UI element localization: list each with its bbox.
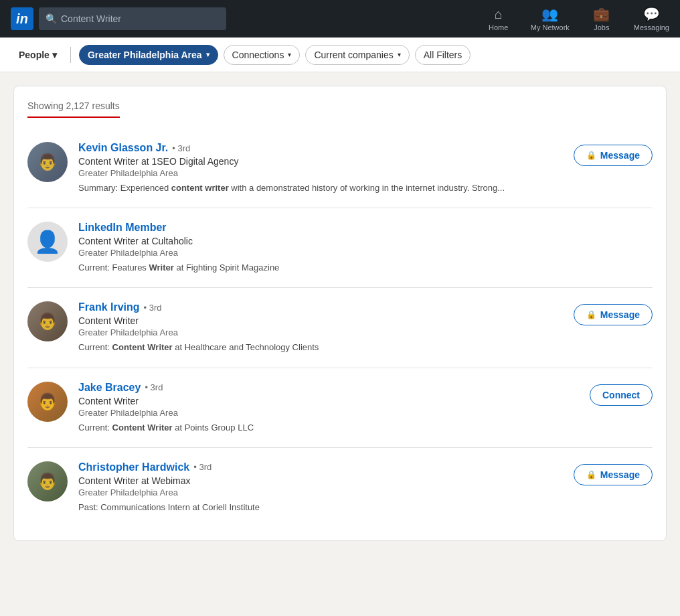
person-title: Content Writer at 1SEO Digital Agency xyxy=(78,156,563,167)
person-title: Content Writer xyxy=(78,315,563,326)
results-count: Showing 2,127 results xyxy=(27,100,120,118)
location-filter-button[interactable]: Greater Philadelphia Area ▾ xyxy=(79,45,218,65)
location-chevron-icon: ▾ xyxy=(206,51,209,58)
person-summary: Summary: Experienced content writer with… xyxy=(78,182,563,194)
person-title: Content Writer xyxy=(78,396,579,406)
location-label: Greater Philadelphia Area xyxy=(88,50,202,60)
person-location: Greater Philadelphia Area xyxy=(78,168,563,178)
connect-button[interactable]: Connect xyxy=(590,384,653,406)
person-name-row: Kevin Glasson Jr. • 3rd xyxy=(78,142,563,154)
person-location: Greater Philadelphia Area xyxy=(78,248,653,258)
current-companies-label: Current companies xyxy=(314,50,393,60)
person-summary: Current: Content Writer at Points Group … xyxy=(78,422,579,434)
person-name[interactable]: Kevin Glasson Jr. xyxy=(78,142,168,154)
results-card: Showing 2,127 results 👨 Kevin Glasson Jr… xyxy=(13,86,667,541)
person-name[interactable]: Christopher Hardwick xyxy=(78,461,189,473)
person-name[interactable]: Jake Bracey xyxy=(78,382,141,394)
current-companies-chevron-icon: ▾ xyxy=(398,51,401,58)
person-name[interactable]: LinkedIn Member xyxy=(78,222,167,234)
avatar-face: 👨 xyxy=(27,301,68,341)
avatar: 👨 xyxy=(27,301,68,341)
filter-bar: People ▾ Greater Philadelphia Area ▾ Con… xyxy=(0,37,680,72)
person-location: Greater Philadelphia Area xyxy=(78,408,579,418)
person-name-row: LinkedIn Member xyxy=(78,222,653,234)
nav-item-jobs[interactable]: 💼 Jobs xyxy=(586,6,618,31)
avatar-face: 👨 xyxy=(27,461,68,502)
filter-divider xyxy=(70,47,71,63)
avatar-face: 👨 xyxy=(27,382,68,422)
main-content: Showing 2,127 results 👨 Kevin Glasson Jr… xyxy=(0,72,680,554)
people-filter-button[interactable]: People ▾ xyxy=(13,46,62,64)
result-info: Frank Irving • 3rd Content Writer Greate… xyxy=(78,301,563,354)
people-label: People xyxy=(19,50,50,60)
message-button[interactable]: 🔒 Message xyxy=(574,145,653,166)
result-info: Kevin Glasson Jr. • 3rd Content Writer a… xyxy=(78,142,563,194)
messaging-label: Messaging xyxy=(634,23,669,31)
jobs-icon: 💼 xyxy=(593,6,610,22)
message-label: Message xyxy=(600,309,640,320)
linkedin-logo[interactable]: in xyxy=(11,7,33,30)
result-info: Jake Bracey • 3rd Content Writer Greater… xyxy=(78,382,579,434)
message-button[interactable]: 🔒 Message xyxy=(574,304,653,325)
summary-bold: Writer xyxy=(149,262,174,273)
message-button[interactable]: 🔒 Message xyxy=(574,464,653,485)
lock-icon: 🔒 xyxy=(586,310,596,319)
home-icon: ⌂ xyxy=(495,7,503,22)
jobs-label: Jobs xyxy=(594,23,609,31)
person-title: Content Writer at Webimax xyxy=(78,475,563,486)
nav-item-messaging[interactable]: 💬 Messaging xyxy=(634,6,669,31)
degree-badge: • 3rd xyxy=(193,462,211,472)
connections-label: Connections xyxy=(232,50,284,60)
table-row: 👨 Christopher Hardwick • 3rd Content Wri… xyxy=(27,448,653,527)
lock-icon: 🔒 xyxy=(586,151,596,160)
nav-item-home[interactable]: ⌂ Home xyxy=(483,7,515,31)
person-title: Content Writer at Cultaholic xyxy=(78,236,653,246)
search-icon: 🔍 xyxy=(46,13,57,24)
person-summary: Current: Content Writer at Healthcare an… xyxy=(78,341,563,354)
navbar: in 🔍 ⌂ Home 👥 My Network 💼 Jobs 💬 Messag… xyxy=(0,0,680,37)
avatar: 👨 xyxy=(27,382,68,422)
connect-label: Connect xyxy=(602,390,640,400)
avatar-face: 👨 xyxy=(27,142,68,182)
connections-chevron-icon: ▾ xyxy=(288,51,291,58)
connections-filter-button[interactable]: Connections ▾ xyxy=(224,45,301,65)
person-name[interactable]: Frank Irving xyxy=(78,301,140,313)
summary-bold: Content Writer xyxy=(112,342,173,352)
message-label: Message xyxy=(600,469,640,480)
table-row: 👨 Jake Bracey • 3rd Content Writer Great… xyxy=(27,368,653,448)
degree-badge: • 3rd xyxy=(172,143,190,153)
table-row: 👨 Kevin Glasson Jr. • 3rd Content Writer… xyxy=(27,129,653,208)
person-location: Greater Philadelphia Area xyxy=(78,327,563,337)
result-info: Christopher Hardwick • 3rd Content Write… xyxy=(78,461,563,514)
all-filters-button[interactable]: All Filters xyxy=(415,45,471,65)
message-label: Message xyxy=(600,150,640,161)
person-summary: Current: Features Writer at Fighting Spi… xyxy=(78,262,653,274)
summary-bold: Content Writer xyxy=(112,422,173,433)
person-name-row: Christopher Hardwick • 3rd xyxy=(78,461,563,473)
avatar: 👤 xyxy=(27,222,68,262)
generic-avatar-icon: 👤 xyxy=(34,229,61,254)
avatar: 👨 xyxy=(27,461,68,502)
nav-items: ⌂ Home 👥 My Network 💼 Jobs 💬 Messaging xyxy=(483,6,669,31)
home-label: Home xyxy=(489,23,508,31)
my-network-label: My Network xyxy=(531,23,570,31)
messaging-icon: 💬 xyxy=(643,6,660,22)
table-row: 👨 Frank Irving • 3rd Content Writer Grea… xyxy=(27,288,653,368)
search-bar[interactable]: 🔍 xyxy=(39,7,226,30)
all-filters-label: All Filters xyxy=(424,50,462,60)
my-network-icon: 👥 xyxy=(541,6,558,22)
result-info: LinkedIn Member Content Writer at Cultah… xyxy=(78,222,653,274)
search-input[interactable] xyxy=(61,13,220,24)
summary-bold: content writer xyxy=(171,183,229,193)
person-location: Greater Philadelphia Area xyxy=(78,487,563,497)
avatar: 👨 xyxy=(27,142,68,182)
degree-badge: • 3rd xyxy=(144,303,162,313)
person-name-row: Frank Irving • 3rd xyxy=(78,301,563,313)
person-summary: Past: Communications Intern at Coriell I… xyxy=(78,502,563,514)
person-name-row: Jake Bracey • 3rd xyxy=(78,382,579,394)
current-companies-filter-button[interactable]: Current companies ▾ xyxy=(305,45,409,65)
table-row: 👤 LinkedIn Member Content Writer at Cult… xyxy=(27,208,653,288)
nav-item-my-network[interactable]: 👥 My Network xyxy=(531,6,570,31)
lock-icon: 🔒 xyxy=(586,470,596,479)
degree-badge: • 3rd xyxy=(145,382,163,392)
